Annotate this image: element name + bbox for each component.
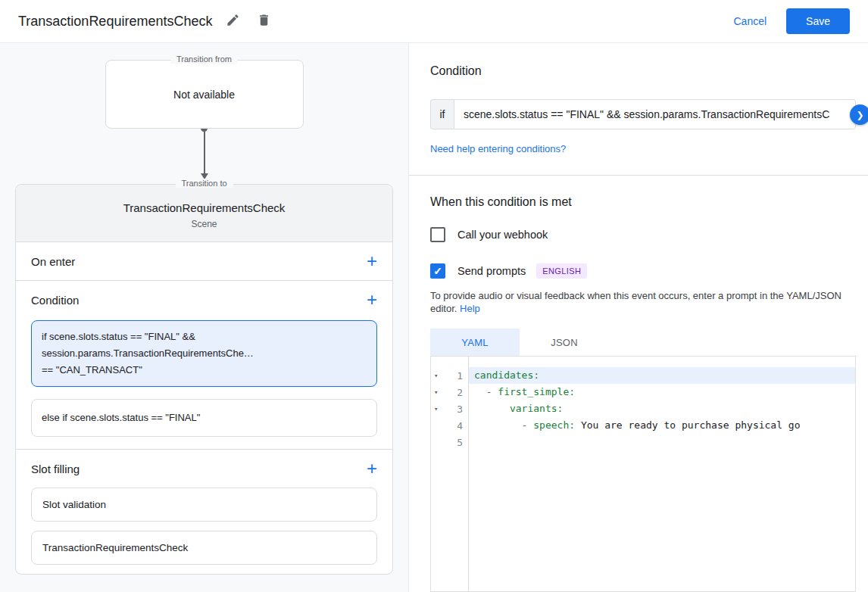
condition-text: session.params.TransactionRequirementsCh…: [42, 345, 367, 362]
plus-icon: +: [367, 458, 377, 478]
gutter-row: ▾ 3: [431, 400, 468, 417]
transition-to-card: Transition to TransactionRequirementsChe…: [15, 184, 393, 575]
code-line[interactable]: [469, 434, 855, 450]
code-token: -: [474, 386, 498, 397]
add-slot-button[interactable]: +: [367, 461, 377, 476]
slot-filling-row: Slot filling +: [16, 450, 392, 488]
condition-text: if scene.slots.status == "FINAL" &&: [42, 329, 367, 345]
scene-subtitle: Scene: [28, 219, 380, 229]
code-token: [474, 403, 510, 414]
edit-title-button[interactable]: [223, 10, 243, 33]
add-on-enter-button[interactable]: +: [367, 254, 377, 269]
tab-yaml[interactable]: YAML: [430, 329, 520, 356]
if-label: if: [430, 99, 454, 129]
condition-item[interactable]: else if scene.slots.status == "FINAL": [31, 399, 377, 437]
condition-section-row: Condition +: [16, 281, 392, 319]
code-token: speech:: [533, 419, 575, 431]
transition-connector: [0, 129, 408, 179]
fold-arrow-icon[interactable]: ▾: [434, 372, 445, 379]
on-enter-row: On enter +: [16, 242, 392, 280]
gutter-row: ▾ 2: [431, 384, 468, 400]
gutter-row: 5: [431, 434, 468, 450]
trash-icon: [257, 13, 271, 30]
plus-icon: +: [367, 289, 377, 310]
code-token: -: [474, 419, 533, 431]
top-bar: TransactionRequirementsCheck Cancel Save: [0, 0, 868, 43]
add-condition-button[interactable]: +: [367, 292, 377, 307]
cancel-button[interactable]: Cancel: [733, 15, 767, 27]
gutter-row: ▾ 1: [431, 367, 468, 384]
language-badge: ENGLISH: [536, 263, 587, 279]
code-editor[interactable]: ▾ 1 ▾ 2 ▾ 3 4 5: [430, 356, 856, 592]
on-enter-label: On enter: [31, 255, 75, 268]
connector-line: [204, 132, 205, 173]
send-prompts-checkbox[interactable]: ✓: [430, 263, 445, 279]
transition-from-box: Transition from Not available: [105, 60, 304, 129]
transition-to-label: Transition to: [175, 179, 233, 188]
condition-text: == "CAN_TRANSACT": [42, 362, 367, 379]
check-icon: ✓: [433, 265, 442, 277]
prompts-description-text: To provide audio or visual feedback when…: [430, 290, 841, 314]
condition-section-label: Condition: [31, 294, 79, 307]
send-prompts-label: Send prompts: [457, 265, 526, 277]
conditions-help-link[interactable]: Need help entering conditions?: [430, 143, 566, 154]
fold-arrow-icon[interactable]: ▾: [434, 388, 445, 396]
panel-divider: [409, 175, 868, 176]
slot-filling-label: Slot filling: [31, 463, 80, 475]
line-number: 2: [445, 387, 463, 398]
fold-arrow-icon[interactable]: ▾: [434, 405, 445, 413]
code-line-highlighted[interactable]: candidates:: [469, 367, 855, 384]
editor-gutter: ▾ 1 ▾ 2 ▾ 3 4 5: [431, 357, 469, 591]
header-actions: Cancel Save: [733, 8, 850, 34]
tab-json[interactable]: JSON: [520, 329, 609, 356]
slot-item[interactable]: TransactionRequirementsCheck: [31, 531, 377, 565]
line-number: 3: [445, 403, 463, 415]
code-token: candidates:: [474, 369, 539, 381]
code-token: first_simple:: [498, 386, 575, 397]
when-met-heading: When this condition is met: [430, 195, 868, 209]
title-group: TransactionRequirementsCheck: [18, 10, 274, 33]
code-line[interactable]: - speech: You are ready to purchase phys…: [469, 417, 855, 434]
prompts-description: To provide audio or visual feedback when…: [430, 289, 851, 315]
scene-title: TransactionRequirementsCheck: [28, 201, 380, 214]
collapse-panel-button[interactable]: ❯: [850, 104, 868, 125]
condition-item-selected[interactable]: if scene.slots.status == "FINAL" && sess…: [31, 320, 377, 387]
help-link[interactable]: Help: [460, 303, 480, 314]
delete-scene-button[interactable]: [254, 10, 274, 33]
send-prompts-row: ✓ Send prompts ENGLISH: [430, 263, 868, 279]
scene-graph-panel: Transition from Not available Transition…: [0, 43, 409, 592]
plus-icon: +: [367, 251, 377, 271]
editor-tabs: YAML JSON: [430, 329, 868, 356]
chevron-right-icon: ❯: [856, 110, 863, 120]
line-number: 1: [445, 370, 463, 382]
code-area[interactable]: candidates: - first_simple: variants: - …: [469, 357, 855, 591]
condition-editor-panel: ❯ Condition if Need help entering condit…: [409, 43, 868, 592]
condition-text: else if scene.slots.status == "FINAL": [42, 410, 367, 426]
code-token: You are ready to purchase physical go: [575, 419, 800, 431]
condition-heading: Condition: [430, 64, 868, 78]
code-line[interactable]: variants:: [469, 400, 855, 417]
webhook-checkbox[interactable]: [430, 227, 445, 242]
transition-from-label: Transition from: [170, 55, 238, 64]
page-title: TransactionRequirementsCheck: [18, 14, 212, 30]
line-number: 5: [445, 437, 463, 448]
pencil-icon: [226, 13, 240, 30]
condition-expression-row: if: [430, 99, 856, 129]
transition-from-value: Not available: [173, 89, 235, 101]
conditions-help-row: Need help entering conditions?: [430, 142, 868, 155]
slot-item[interactable]: Slot validation: [31, 488, 377, 522]
main-content: Transition from Not available Transition…: [0, 43, 868, 592]
condition-expression-input[interactable]: [454, 99, 856, 129]
webhook-row: Call your webhook: [430, 227, 868, 242]
scene-card-header[interactable]: TransactionRequirementsCheck Scene: [16, 185, 392, 242]
code-token: variants:: [510, 403, 563, 414]
gutter-row: 4: [431, 417, 468, 434]
code-line[interactable]: - first_simple:: [469, 384, 855, 400]
save-button[interactable]: Save: [786, 8, 850, 34]
webhook-label: Call your webhook: [457, 229, 548, 241]
line-number: 4: [445, 420, 463, 432]
